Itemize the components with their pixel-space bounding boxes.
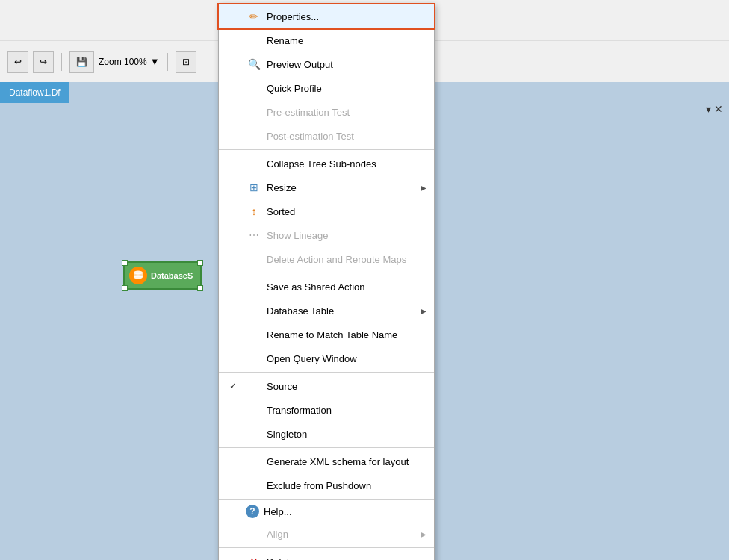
menu-arrow-resize: ▶ (421, 184, 426, 192)
menu-icon-rename-match (246, 326, 262, 343)
menu-item-pre-estimation: Pre-estimation Test (219, 100, 434, 124)
menu-icon-resize: ⊞ (246, 179, 262, 196)
menu-item-generate-xml[interactable]: Generate XML schema for layout (219, 449, 434, 473)
menu-item-show-lineage: ⋯Show Lineage (219, 223, 434, 247)
toolbar-separator2 (167, 53, 168, 71)
save-button[interactable]: 💾 (69, 51, 94, 73)
menu-item-rename[interactable]: Rename (219, 28, 434, 52)
menu-icon-database-table (246, 302, 262, 319)
menu-label-rename: Rename (267, 35, 426, 46)
menu-label-post-estimation: Post-estimation Test (267, 131, 426, 142)
menu-item-sorted[interactable]: ↕Sorted (219, 199, 434, 223)
menu-item-exclude-pushdown[interactable]: Exclude from Pushdown (219, 473, 434, 497)
menu-arrow-database-table: ▶ (421, 307, 426, 315)
menu-item-save-shared[interactable]: Save as Shared Action (219, 275, 434, 299)
db-icon-svg (133, 270, 143, 281)
node-label: DatabaseS (151, 271, 193, 280)
menu-icon-delete: ✕ (246, 553, 262, 560)
menu-icon-transformation (246, 402, 262, 418)
menu-label-help: Help... (264, 506, 426, 517)
menu-label-source: Source (267, 381, 426, 392)
node-anchor-tr (197, 260, 203, 266)
save-icon: 💾 (76, 57, 87, 67)
menu-item-quick-profile[interactable]: Quick Profile (219, 76, 434, 100)
context-menu: ✏Properties...Rename🔍Preview OutputQuick… (218, 4, 435, 560)
menu-label-open-query: Open Query Window (267, 353, 426, 364)
fit-button[interactable]: ⊡ (176, 51, 196, 73)
menu-label-singleton: Singleton (267, 429, 426, 440)
menu-icon-sorted: ↕ (246, 203, 262, 220)
menu-icon-generate-xml (246, 453, 262, 470)
menu-label-exclude-pushdown: Exclude from Pushdown (267, 480, 426, 491)
menu-separator-after-open-query (219, 372, 434, 373)
tab-label: Dataflow1.Df (9, 87, 61, 98)
menu-label-quick-profile: Quick Profile (267, 83, 426, 94)
menu-item-properties[interactable]: ✏Properties... (219, 4, 434, 28)
menu-item-rename-match[interactable]: Rename to Match Table Name (219, 323, 434, 346)
tab-bar: Dataflow1.Df (0, 82, 69, 103)
menu-item-database-table[interactable]: Database Table▶ (219, 299, 434, 323)
node-icon (129, 267, 147, 284)
menu-separator-after-align (219, 547, 434, 548)
menu-item-open-query[interactable]: Open Query Window (219, 346, 434, 370)
zoom-label: Zoom 100% (99, 57, 147, 67)
node-anchor-tl (122, 260, 128, 266)
menu-icon-preview-output: 🔍 (246, 56, 262, 72)
menu-item-collapse[interactable]: Collapse Tree Sub-nodes (219, 152, 434, 175)
menu-check-source: ✓ (225, 381, 241, 391)
menu-icon-delete-reroute (246, 251, 262, 267)
menu-label-sorted: Sorted (267, 206, 426, 217)
menu-icon-show-lineage: ⋯ (246, 227, 262, 243)
fit-icon: ⊡ (182, 57, 190, 67)
menu-label-database-table: Database Table (267, 305, 421, 317)
menu-item-transformation[interactable]: Transformation (219, 398, 434, 422)
menu-icon-save-shared (246, 279, 262, 295)
menu-label-preview-output: Preview Output (267, 59, 426, 70)
undo-icon: ↩ (14, 57, 22, 67)
menu-icon-pre-estimation (246, 104, 262, 120)
tab-dataflow[interactable]: Dataflow1.Df (0, 82, 69, 103)
menu-separator-after-singleton (219, 447, 434, 448)
database-node[interactable]: DatabaseS (123, 261, 202, 290)
pin-button[interactable]: ▾ (706, 103, 711, 115)
menu-label-properties: Properties... (267, 11, 426, 22)
svg-point-2 (134, 276, 143, 279)
menu-arrow-align: ▶ (421, 530, 426, 538)
menu-icon-quick-profile (246, 80, 262, 96)
menu-item-source[interactable]: ✓Source (219, 374, 434, 398)
menu-separator-after-exclude-pushdown (219, 499, 434, 500)
menu-label-resize: Resize (267, 182, 421, 193)
menu-icon-source (246, 378, 262, 394)
menu-item-resize[interactable]: ⊞Resize▶ (219, 175, 434, 199)
menu-icon-open-query (246, 350, 262, 367)
menu-item-delete-reroute: Delete Action and Reroute Maps (219, 247, 434, 271)
menu-icon-singleton (246, 426, 262, 442)
zoom-dropdown-icon[interactable]: ▼ (150, 56, 160, 67)
node-anchor-br (197, 285, 203, 291)
menu-item-delete[interactable]: ✕Delete (219, 550, 434, 560)
close-area: ▾ ✕ (706, 103, 723, 115)
menu-label-pre-estimation: Pre-estimation Test (267, 107, 426, 118)
menu-icon-collapse (246, 155, 262, 172)
menu-item-post-estimation: Post-estimation Test (219, 124, 434, 148)
menu-label-show-lineage: Show Lineage (267, 230, 426, 241)
menu-label-align: Align (267, 529, 421, 540)
node-anchor-bl (122, 285, 128, 291)
close-button[interactable]: ✕ (714, 103, 723, 115)
zoom-control: Zoom 100% ▼ (99, 56, 160, 67)
menu-icon-exclude-pushdown (246, 477, 262, 494)
menu-label-save-shared: Save as Shared Action (267, 281, 426, 293)
menu-label-delete-reroute: Delete Action and Reroute Maps (267, 254, 426, 265)
menu-item-preview-output[interactable]: 🔍Preview Output (219, 52, 434, 76)
menu-label-generate-xml: Generate XML schema for layout (267, 456, 426, 467)
redo-icon: ↪ (40, 57, 47, 67)
menu-item-align: Align▶ (219, 522, 434, 546)
menu-item-help[interactable]: ?Help... (219, 501, 434, 522)
menu-item-singleton[interactable]: Singleton (219, 422, 434, 446)
menu-icon-rename (246, 32, 262, 49)
undo-button[interactable]: ↩ (7, 51, 28, 73)
redo-button[interactable]: ↪ (33, 51, 54, 73)
menu-separator-after-post-estimation (219, 149, 434, 150)
menu-icon-properties: ✏ (246, 8, 262, 25)
menu-label-delete: Delete (267, 556, 426, 561)
